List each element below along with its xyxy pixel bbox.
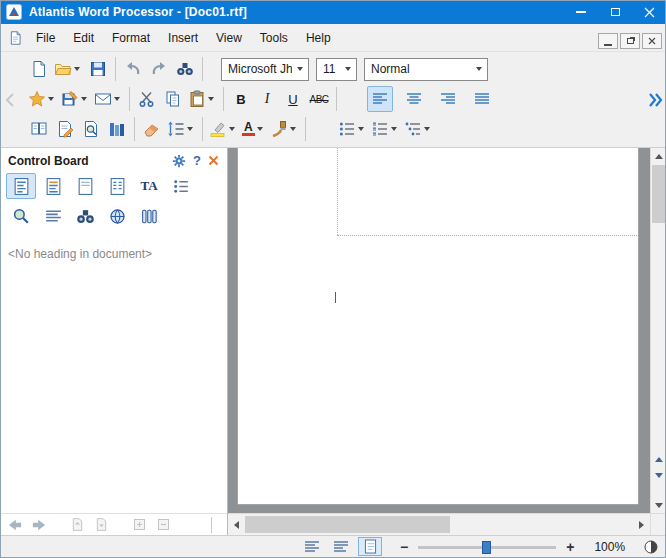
window-controls <box>564 0 666 24</box>
dropdown-arrow-icon <box>257 127 263 131</box>
previous-page-button[interactable] <box>651 451 666 467</box>
maximize-button[interactable] <box>598 0 632 24</box>
find-button[interactable] <box>172 56 198 82</box>
multilevel-list-button[interactable] <box>402 116 435 142</box>
draft-view-button[interactable] <box>300 537 324 556</box>
zoom-slider[interactable] <box>418 546 556 549</box>
page-view-button[interactable] <box>358 537 382 556</box>
zoom-out-button[interactable]: − <box>394 539 414 555</box>
style-value: Normal <box>371 62 471 76</box>
minimize-button[interactable] <box>564 0 598 24</box>
document-icon[interactable] <box>8 30 23 46</box>
scroll-right-button[interactable] <box>633 514 650 536</box>
numbered-list-button[interactable] <box>369 116 402 142</box>
panel-tool-search[interactable] <box>70 203 100 229</box>
panel-tool-paragraphs[interactable] <box>38 203 68 229</box>
panel-tab-sections[interactable] <box>38 173 68 199</box>
style-select[interactable]: Normal <box>364 58 488 81</box>
format-painter-button[interactable] <box>268 116 301 142</box>
copy-button[interactable] <box>160 86 186 112</box>
document-page[interactable] <box>237 148 639 505</box>
font-color-button[interactable]: A <box>240 116 268 142</box>
undo-button[interactable] <box>120 56 146 82</box>
promote-heading-button[interactable] <box>67 516 87 534</box>
email-button[interactable] <box>92 86 125 112</box>
bullet-list-button[interactable] <box>336 116 369 142</box>
panel-close-button[interactable] <box>208 155 219 166</box>
contrast-toggle-button[interactable] <box>644 540 658 554</box>
panel-splitter[interactable] <box>211 517 212 533</box>
settings-button[interactable] <box>172 154 186 168</box>
scroll-left-button[interactable] <box>228 514 245 536</box>
redo-button[interactable] <box>146 56 172 82</box>
nav-forward-button[interactable] <box>29 516 49 534</box>
print-preview-button[interactable] <box>78 116 104 142</box>
demote-heading-button[interactable] <box>91 516 111 534</box>
menu-view[interactable]: View <box>207 26 251 50</box>
panel-tool-clips[interactable] <box>134 203 164 229</box>
align-justify-button[interactable] <box>469 86 495 112</box>
align-right-button[interactable] <box>435 86 461 112</box>
panel-tool-zoom[interactable] <box>6 203 36 229</box>
text-cursor <box>335 292 336 303</box>
next-page-button[interactable] <box>651 467 666 483</box>
save-button[interactable] <box>85 56 111 82</box>
help-button[interactable]: ? <box>193 153 201 168</box>
paste-button[interactable] <box>186 86 219 112</box>
expand-headings-button[interactable] <box>129 516 149 534</box>
font-name-select[interactable]: Microsoft Jh <box>221 58 309 81</box>
menu-help[interactable]: Help <box>297 26 340 50</box>
panel-tab-pages[interactable] <box>70 173 100 199</box>
panel-tab-typography[interactable]: TA <box>134 173 164 199</box>
strikethrough-button[interactable]: ABC <box>306 86 332 112</box>
close-button[interactable] <box>632 0 666 24</box>
font-size-select[interactable]: 11 <box>316 58 357 81</box>
italic-button[interactable]: I <box>254 86 280 112</box>
panel-tab-outline[interactable] <box>166 173 196 199</box>
doc-close-button[interactable] <box>642 33 662 49</box>
bold-button[interactable]: B <box>228 86 254 112</box>
toolbar-scroll-right-button[interactable] <box>647 90 663 110</box>
online-view-button[interactable] <box>329 537 353 556</box>
scroll-down-button[interactable] <box>651 497 666 513</box>
eraser-button[interactable] <box>139 116 165 142</box>
edit-page-button[interactable] <box>52 116 78 142</box>
line-spacing-button[interactable] <box>165 116 198 142</box>
vertical-scroll-thumb[interactable] <box>652 165 665 223</box>
highlight-button[interactable] <box>207 116 240 142</box>
draft-view-icon <box>304 540 320 554</box>
align-left-button[interactable] <box>367 86 393 112</box>
underline-button[interactable]: U <box>280 86 306 112</box>
vertical-scrollbar[interactable] <box>650 148 666 513</box>
new-document-button[interactable] <box>26 56 52 82</box>
horizontal-scroll-thumb[interactable] <box>245 516 450 533</box>
open-button[interactable] <box>52 56 85 82</box>
doc-minimize-button[interactable] <box>598 33 618 49</box>
collapse-headings-button[interactable] <box>153 516 173 534</box>
panel-tool-resources[interactable] <box>102 203 132 229</box>
horizontal-scrollbar[interactable] <box>228 513 650 535</box>
bold-label: B <box>236 92 245 107</box>
panel-tab-columns[interactable] <box>102 173 132 199</box>
dropdown-arrow-icon <box>48 97 54 101</box>
horizontal-scroll-track[interactable] <box>245 514 633 535</box>
nav-back-button[interactable] <box>5 516 25 534</box>
cut-button[interactable] <box>134 86 160 112</box>
menu-file[interactable]: File <box>27 26 64 50</box>
doc-restore-button[interactable] <box>620 33 640 49</box>
align-center-button[interactable] <box>401 86 427 112</box>
menu-insert[interactable]: Insert <box>159 26 207 50</box>
copy-format-pages-button[interactable] <box>26 116 52 142</box>
zoom-in-button[interactable]: + <box>560 539 580 555</box>
menu-format[interactable]: Format <box>103 26 159 50</box>
title-bar[interactable]: Atlantis Word Processor - [Doc01.rtf] <box>0 0 666 24</box>
toolbar-scroll-left-button[interactable] <box>3 91 17 109</box>
scroll-up-button[interactable] <box>651 148 666 164</box>
zoom-slider-thumb[interactable] <box>482 541 491 554</box>
references-button[interactable] <box>104 116 130 142</box>
panel-tab-headings[interactable] <box>6 173 36 199</box>
menu-tools[interactable]: Tools <box>251 26 297 50</box>
favorites-button[interactable] <box>26 86 59 112</box>
menu-edit[interactable]: Edit <box>64 26 103 50</box>
save-special-button[interactable] <box>59 86 92 112</box>
